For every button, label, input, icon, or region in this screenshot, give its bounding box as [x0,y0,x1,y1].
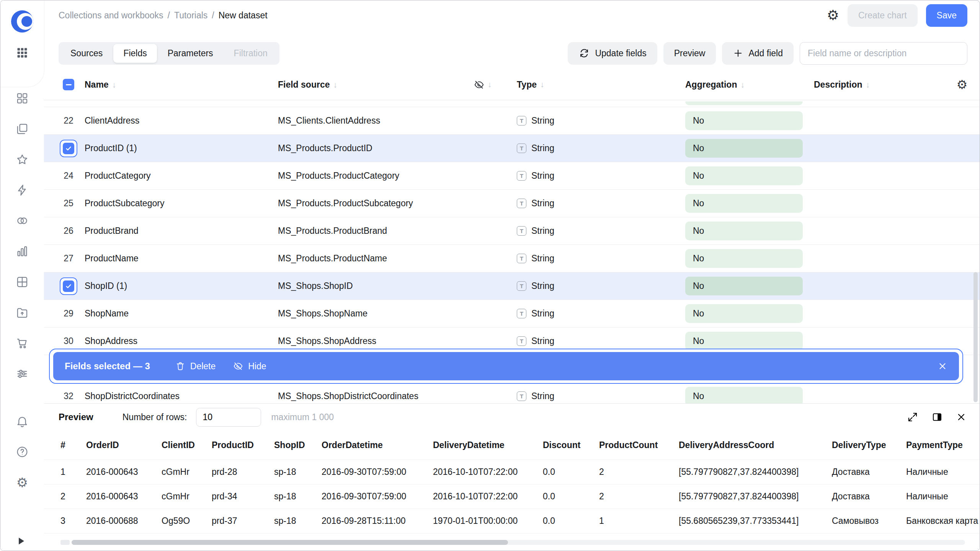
table-settings-gear-icon[interactable]: ⚙ [957,78,968,91]
field-row[interactable]: 29 ShopName MS_Shops.ShopName T String N… [44,300,980,328]
preview-column-header: PaymentType [906,440,979,450]
field-type-label: String [531,198,554,209]
string-type-icon: T [517,336,526,346]
favorites-star-icon[interactable] [11,149,33,170]
aggregation-select[interactable]: No [685,332,803,350]
field-row[interactable]: ShopID (1) MS_Shops.ShopID T String No [44,272,980,300]
preview-cell: Самовывоз [832,516,906,526]
field-row[interactable]: ProductID (1) MS_Products.ProductID T St… [44,135,980,162]
close-preview-icon[interactable] [956,412,967,422]
column-header-name[interactable]: Name↓ [85,80,278,90]
hide-selected-button[interactable]: Hide [233,361,266,372]
preview-button[interactable]: Preview [663,42,716,65]
field-source: MS_Products.ProductSubcategory [278,198,454,209]
column-header-field-source[interactable]: Field source↓ [278,80,454,90]
create-chart-button[interactable]: Create chart [848,4,918,27]
sort-arrow-icon: ↓ [540,80,544,89]
aggregation-select[interactable]: No [685,304,803,323]
tab-fields[interactable]: Fields [113,44,157,63]
help-icon[interactable] [11,441,33,463]
column-header-description[interactable]: Description↓ [814,80,944,90]
sort-arrow-icon: ↓ [740,80,745,89]
connections-lightning-icon[interactable] [11,179,33,201]
update-fields-button[interactable]: Update fields [568,42,657,65]
breadcrumb-current: New dataset [219,10,268,20]
field-name: ShopID (1) [85,281,278,291]
column-header-hidden[interactable]: ↓ [454,80,511,90]
field-row[interactable]: 22 ClientAddress MS_Clients.ClientAddres… [44,107,980,135]
close-selection-toolbar-icon[interactable] [938,361,947,371]
column-header-aggregation[interactable]: Aggregation↓ [680,80,814,90]
apps-grid-icon[interactable] [16,46,29,59]
tabs-bar: Sources Fields Parameters Filtration Upd… [44,37,980,69]
fields-table-header: Name↓ Field source↓ ↓ Type↓ Aggregation↓… [44,69,980,100]
dataset-settings-gear-icon[interactable]: ⚙ [827,8,839,22]
aggregation-select[interactable]: No [685,139,803,158]
aggregation-select[interactable]: No [685,277,803,295]
tab-sources[interactable]: Sources [60,44,113,63]
add-field-button[interactable]: Add field [722,42,794,65]
field-row[interactable]: 32 ShopDistrictCoordinates MS_Shops.Shop… [44,383,980,403]
preview-horizontal-scrollbar[interactable] [72,540,965,545]
string-type-icon: T [517,391,526,401]
preview-cell: 1 [60,467,86,477]
row-checkbox[interactable] [60,277,77,295]
field-type: T String [511,336,680,346]
column-header-type[interactable]: Type↓ [511,80,680,90]
expand-preview-icon[interactable] [907,411,918,423]
dashboards-icon[interactable] [11,88,33,109]
notifications-bell-icon[interactable] [11,411,33,432]
field-search-input[interactable] [800,42,967,65]
marketplace-cart-icon[interactable] [11,333,33,354]
preview-cell: 0.0 [543,491,599,502]
scrollbar-corner [60,540,70,545]
rows-count-label: Number of rows: [122,412,187,422]
field-type: T String [511,391,680,401]
aggregation-select[interactable]: No [685,222,803,240]
services-sliders-icon[interactable] [11,363,33,385]
rows-count-input[interactable] [196,408,261,427]
checkbox-checked [63,143,74,154]
preview-controls [907,411,967,423]
split-view-icon[interactable] [931,411,943,423]
delete-selected-button[interactable]: Delete [175,361,216,372]
aggregation-select[interactable]: No [685,387,803,403]
preview-header: Preview Number of rows: maximum 1 000 [44,404,980,430]
row-checkbox[interactable] [60,140,77,157]
settings-gear-icon[interactable]: ⚙ [11,472,33,493]
collections-icon[interactable] [11,118,33,140]
field-row[interactable]: 27 ProductName MS_Products.ProductName T… [44,245,980,272]
field-type: T String [511,281,680,291]
field-name: ShopName [85,308,278,319]
datasets-grid-icon[interactable] [11,271,33,293]
checkbox-checked [63,280,74,292]
aggregation-select[interactable]: No [685,194,803,213]
trash-icon [175,361,185,371]
select-all-checkbox[interactable] [63,79,74,90]
breadcrumb-collections[interactable]: Collections and workbooks [59,10,163,20]
aggregation-select[interactable]: No [685,111,803,130]
aggregation-select[interactable]: No [685,249,803,268]
horizontal-scrollbar-thumb[interactable] [72,540,508,545]
relations-circles-icon[interactable] [11,210,33,231]
preview-column-header: DeliveryAddressCoord [679,440,832,450]
charts-icon[interactable] [11,241,33,262]
fields-vertical-scrollbar[interactable] [973,272,978,402]
datalens-logo[interactable] [11,10,33,33]
field-aggregation-cell: No [680,111,814,130]
preview-cell: 2016-000643 [86,467,162,477]
expand-icon [907,411,918,423]
preview-cell: [55.797790827,37.824400398] [679,491,832,502]
field-row[interactable]: 26 ProductBrand MS_Products.ProductBrand… [44,217,980,245]
column-header-source-label: Field source [278,80,330,90]
field-row[interactable]: 25 ProductSubcategory MS_Products.Produc… [44,190,980,217]
storage-folder-icon[interactable] [11,302,33,323]
field-name: ProductID (1) [85,143,278,153]
tab-parameters[interactable]: Parameters [158,44,223,63]
field-row[interactable]: 24 ProductCategory MS_Products.ProductCa… [44,162,980,190]
breadcrumb-tutorials[interactable]: Tutorials [174,10,207,20]
save-button[interactable]: Save [926,4,967,27]
aggregation-select[interactable]: No [685,166,803,185]
expand-sidebar-icon[interactable] [19,538,24,544]
preview-cell: 2016-09-30T07:59:00 [322,491,433,502]
